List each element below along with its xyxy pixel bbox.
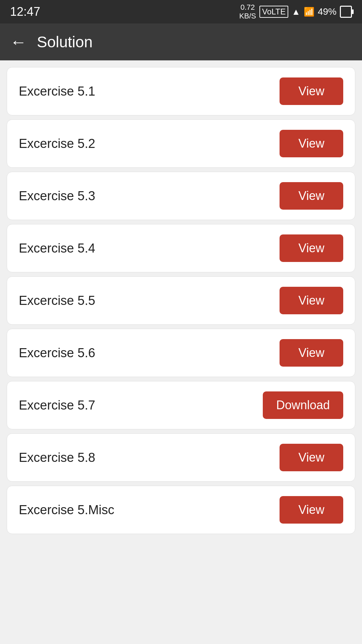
exercise-label: Excercise 5.8 <box>19 450 95 465</box>
view-button[interactable]: View <box>280 234 343 262</box>
page-title: Solution <box>37 33 93 51</box>
exercise-card: Excercise 5.3View <box>7 172 355 220</box>
view-button[interactable]: View <box>280 339 343 367</box>
exercise-list: Excercise 5.1ViewExcercise 5.2ViewExcerc… <box>0 60 362 541</box>
exercise-card: Excercise 5.1View <box>7 67 355 115</box>
battery-icon <box>340 6 352 18</box>
wifi-icon: ▲ <box>292 7 300 17</box>
status-bar: 12:47 0.72 KB/S VoLTE ▲ 📶 49% <box>0 0 362 23</box>
network-speed: 0.72 KB/S <box>239 3 256 21</box>
exercise-label: Excercise 5.Misc <box>19 503 114 517</box>
exercise-card: Excercise 5.4View <box>7 224 355 272</box>
volte-icon: VoLTE <box>259 6 288 18</box>
view-button[interactable]: View <box>280 77 343 105</box>
download-button[interactable]: Download <box>263 391 343 419</box>
exercise-label: Excercise 5.5 <box>19 293 95 308</box>
status-time: 12:47 <box>10 5 40 19</box>
view-button[interactable]: View <box>280 287 343 314</box>
status-icons: 0.72 KB/S VoLTE ▲ 📶 49% <box>239 3 352 21</box>
exercise-card: Excercise 5.2View <box>7 119 355 168</box>
exercise-label: Excercise 5.2 <box>19 137 95 151</box>
exercise-label: Excercise 5.6 <box>19 346 95 360</box>
toolbar: ← Solution <box>0 23 362 60</box>
exercise-label: Excercise 5.4 <box>19 241 95 256</box>
exercise-card: Excercise 5.7Download <box>7 381 355 429</box>
signal-icon: 📶 <box>304 7 314 17</box>
exercise-card: Excercise 5.8View <box>7 433 355 482</box>
exercise-card: Excercise 5.6View <box>7 329 355 377</box>
battery-text: 49% <box>318 6 337 17</box>
exercise-label: Excercise 5.7 <box>19 398 95 413</box>
view-button[interactable]: View <box>280 182 343 210</box>
view-button[interactable]: View <box>280 496 343 524</box>
exercise-card: Excercise 5.5View <box>7 276 355 325</box>
exercise-card: Excercise 5.MiscView <box>7 486 355 534</box>
view-button[interactable]: View <box>280 130 343 157</box>
exercise-label: Excercise 5.3 <box>19 189 95 203</box>
view-button[interactable]: View <box>280 444 343 471</box>
back-button[interactable]: ← <box>10 34 27 50</box>
exercise-label: Excercise 5.1 <box>19 84 95 99</box>
